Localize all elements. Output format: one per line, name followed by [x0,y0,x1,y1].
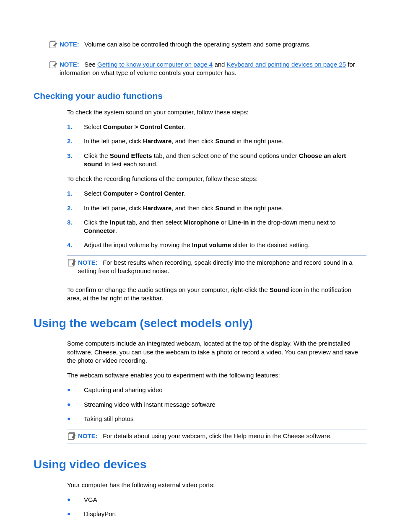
list-item: ●Streaming video with instant message so… [67,400,366,409]
note-icon [67,258,76,268]
cross-ref-link[interactable]: Keyboard and pointing devices on page 25 [227,61,346,68]
note-icon [67,432,76,441]
note-label: NOTE: [78,432,98,439]
list-number: 2. [67,137,84,145]
note-label: NOTE: [78,259,98,266]
note-block: NOTE: For details about using your webca… [67,429,366,444]
paragraph: The webcam software enables you to exper… [67,371,366,380]
list-item: ●VGA [67,496,366,504]
heading-using-webcam: Using the webcam (select models only) [34,315,366,331]
paragraph: Some computers include an integrated web… [67,339,366,365]
paragraph: To check the recording functions of the … [67,175,366,183]
note-text: NOTE: Volume can also be controlled thro… [60,40,366,49]
bullet-list: ●VGA ●DisplayPort [67,496,366,519]
note-text: NOTE: For best results when recording, s… [78,258,366,276]
list-item: 3. Click the Sound Effects tab, and then… [67,152,366,169]
note-icon [49,40,58,49]
list-item: 3. Click the Input tab, and then select … [67,218,366,235]
bullet-icon: ● [67,400,84,408]
note-block: NOTE: Volume can also be controlled thro… [49,38,366,52]
bullet-icon: ● [67,496,84,503]
note-icon [49,60,58,70]
paragraph: To confirm or change the audio settings … [67,286,366,303]
bullet-icon: ● [67,510,84,517]
list-number: 4. [67,241,84,249]
list-item: 1. Select Computer > Control Center. [67,189,366,198]
list-item: 4. Adjust the input volume by moving the… [67,241,366,249]
note-block: NOTE: See Getting to know your computer … [49,58,366,80]
list-item: ●DisplayPort [67,510,366,518]
bullet-icon: ● [67,386,84,393]
paragraph: Your computer has the following external… [67,481,366,489]
list-item: ●Taking still photos [67,415,366,423]
ordered-list: 1. Select Computer > Control Center. 2. … [67,189,366,249]
list-item: 2. In the left pane, click Hardware, and… [67,204,366,212]
note-text: NOTE: For details about using your webca… [78,432,366,440]
note-block: NOTE: For best results when recording, s… [67,256,366,279]
note-text: NOTE: See Getting to know your computer … [60,60,366,77]
paragraph: To check the system sound on your comput… [67,108,366,116]
note-label: NOTE: [60,41,79,48]
cross-ref-link[interactable]: Getting to know your computer on page 4 [97,61,213,68]
list-number: 3. [67,152,84,160]
note-label: NOTE: [60,61,79,68]
bullet-icon: ● [67,415,84,422]
heading-checking-audio: Checking your audio functions [34,90,366,102]
list-number: 3. [67,218,84,227]
ordered-list: 1. Select Computer > Control Center. 2. … [67,123,366,168]
list-item: 1. Select Computer > Control Center. [67,123,366,131]
list-number: 1. [67,123,84,131]
list-item: ●Capturing and sharing video [67,386,366,394]
list-number: 1. [67,189,84,198]
heading-using-video-devices: Using video devices [34,457,366,473]
bullet-list: ●Capturing and sharing video ●Streaming … [67,386,366,423]
list-item: 2. In the left pane, click Hardware, and… [67,137,366,145]
list-number: 2. [67,204,84,212]
